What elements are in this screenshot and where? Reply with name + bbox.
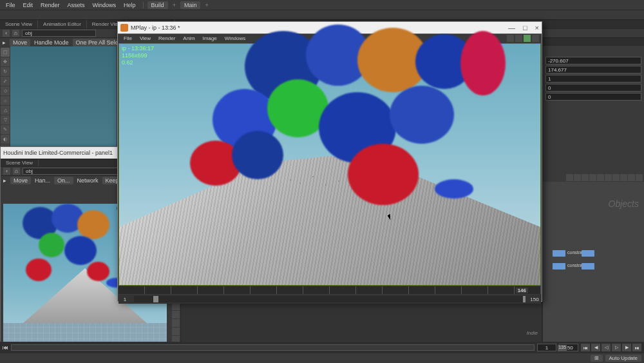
desktop-main[interactable]: Main [180, 1, 201, 9]
net-tool-icon[interactable] [620, 174, 627, 181]
auto-update-button[interactable]: Auto Update [605, 355, 641, 362]
play-back-icon[interactable]: ◁ [601, 344, 611, 351]
panel-title: Houdini Indie Limited-Commercial - panel… [3, 150, 113, 156]
param-input[interactable] [545, 93, 641, 101]
param-input[interactable] [545, 84, 641, 92]
add-icon[interactable]: + [202, 2, 211, 8]
mplay-timeline[interactable]: 146 [118, 286, 541, 294]
tool-icon[interactable]: ○ [1, 96, 10, 105]
scale-tool-icon[interactable]: ⤢ [1, 77, 10, 86]
tool-icon[interactable] [172, 319, 180, 327]
menu-edit[interactable]: Edit [20, 2, 37, 8]
param-input[interactable] [545, 75, 641, 83]
mplay-menu-anim[interactable]: Anim [180, 35, 198, 41]
nav-back-icon[interactable]: ‹ [3, 30, 10, 37]
debris [312, 176, 314, 177]
main-viewport[interactable] [10, 46, 117, 146]
mplay-tool-icon[interactable] [515, 35, 522, 42]
node-constraint[interactable] [553, 250, 565, 257]
close-icon[interactable]: × [535, 24, 539, 32]
frame-start-input[interactable]: 1 [537, 344, 556, 351]
mplay-menu-file[interactable]: File [120, 35, 135, 41]
tool-icon[interactable]: ▽ [1, 115, 10, 124]
mplay-menu-view[interactable]: View [137, 35, 154, 41]
tool-icon[interactable] [172, 328, 180, 335]
render-volcano [119, 156, 540, 285]
tool-icon[interactable]: ◐ [1, 135, 10, 144]
net-tool-icon[interactable] [612, 174, 620, 181]
param-input[interactable] [545, 66, 641, 74]
maximize-icon[interactable]: □ [523, 24, 527, 32]
tab-scene-view[interactable]: Scene View [1, 159, 39, 166]
play-next-icon[interactable]: ▶ [622, 344, 631, 351]
timeline-track[interactable]: 135 [11, 344, 535, 351]
frame-start[interactable]: 1 [118, 297, 131, 302]
select-tool-icon[interactable]: ▢ [1, 48, 10, 57]
net-tool-icon[interactable] [628, 174, 635, 181]
param-input[interactable] [545, 57, 641, 64]
minimize-icon[interactable]: — [508, 24, 515, 32]
arrow-icon[interactable]: ▸ [3, 177, 6, 184]
mplay-viewport[interactable]: ip - 13:36:17 1156x699 0.62 [118, 43, 541, 286]
smoke-cluster [232, 131, 283, 179]
scrubber-track[interactable] [134, 296, 526, 302]
mode-on[interactable]: On... [54, 177, 73, 184]
home-icon[interactable]: ⌂ [12, 30, 19, 37]
net-tool-icon[interactable] [589, 174, 596, 181]
home-icon[interactable]: ⌂ [13, 168, 20, 175]
menu-file[interactable]: File [3, 2, 19, 8]
tool-icon[interactable]: ◇ [1, 86, 10, 95]
desktop-build[interactable]: Build [147, 1, 168, 9]
play-last-icon[interactable]: ⏭ [632, 344, 641, 351]
tool-icon[interactable] [172, 311, 180, 319]
brain-icon[interactable]: ⊞ [591, 355, 603, 362]
scrubber-head[interactable] [153, 296, 158, 302]
net-tool-icon[interactable] [582, 174, 589, 181]
play-prev-icon[interactable]: ◀ [591, 344, 600, 351]
nav-back-icon[interactable]: ‹ [3, 168, 10, 175]
path-input[interactable] [22, 30, 96, 37]
scrubber-end[interactable] [523, 296, 526, 302]
debris [290, 179, 291, 181]
network-editor[interactable]: Objects constraint constraint1 [543, 173, 644, 347]
net-tool-icon[interactable] [566, 174, 573, 181]
move-tool-icon[interactable]: ✥ [1, 57, 10, 66]
rotate-tool-icon[interactable]: ↻ [1, 67, 10, 76]
move-tool[interactable]: Move [10, 177, 31, 184]
node[interactable] [553, 263, 565, 270]
mplay-menu-windows[interactable]: Windows [222, 35, 249, 41]
play-forward-icon[interactable]: ▷ [612, 344, 621, 351]
play-first-icon[interactable]: ⏮ [581, 344, 590, 351]
menu-help[interactable]: Help [120, 2, 139, 8]
smoke-cluster [77, 210, 109, 239]
tab-scene-view[interactable]: Scene View [0, 20, 38, 28]
frame-marker[interactable]: 135 [558, 345, 567, 351]
frame-end[interactable]: 150 [528, 297, 541, 302]
net-tool-icon[interactable] [605, 174, 612, 181]
brush-tool-icon[interactable]: ✎ [1, 125, 10, 134]
mplay-scrubber: 1 150 [118, 295, 541, 304]
add-icon[interactable]: + [169, 2, 179, 8]
main-menubar: File Edit Render Assets Windows Help Bui… [0, 0, 644, 10]
mplay-tool-icon[interactable] [532, 35, 539, 42]
net-tool-icon[interactable] [636, 174, 643, 181]
net-tool-icon[interactable] [574, 174, 581, 181]
move-tool[interactable]: Move [10, 39, 30, 46]
mplay-record-icon[interactable] [524, 35, 531, 42]
menu-assets[interactable]: Assets [64, 2, 88, 8]
network-toolbar [543, 173, 644, 182]
smoke-cluster [348, 144, 419, 205]
mplay-tool-icon[interactable] [507, 35, 514, 42]
first-frame-icon[interactable]: ⏮ [3, 344, 8, 351]
node[interactable] [582, 263, 594, 270]
menu-render[interactable]: Render [37, 2, 63, 8]
tab-animation-editor[interactable]: Animation Editor [38, 20, 87, 28]
arrow-icon[interactable]: ▸ [3, 39, 6, 46]
render-info: ip - 13:36:17 1156x699 0.62 [122, 45, 154, 66]
mplay-menu-render[interactable]: Render [155, 35, 178, 41]
net-tool-icon[interactable] [597, 174, 604, 181]
tool-icon[interactable]: △ [1, 106, 10, 115]
mplay-menu-image[interactable]: Image [200, 35, 220, 41]
node-constraint1[interactable] [582, 250, 594, 257]
menu-windows[interactable]: Windows [90, 2, 120, 8]
